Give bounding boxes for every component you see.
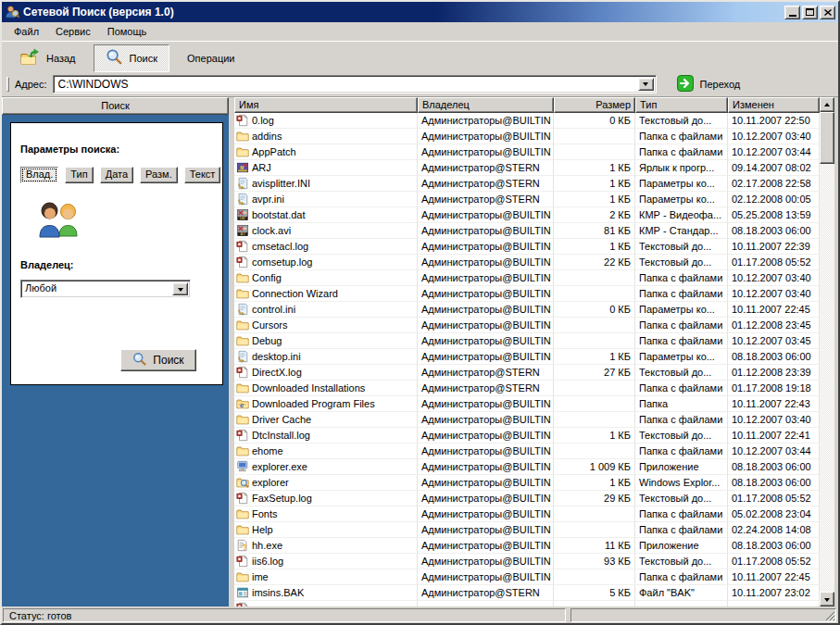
- column-header[interactable]: Тип: [635, 97, 728, 113]
- ini-file-icon: [236, 177, 249, 190]
- table-row[interactable]: avisplitter.INIАдминистратор@STERN1 КБПа…: [234, 176, 820, 192]
- table-cell: [554, 129, 635, 144]
- table-cell: [554, 333, 635, 349]
- table-row[interactable]: ConfigАдминистраторы@BUILTINПапка с файл…: [234, 270, 820, 286]
- filter-button[interactable]: Дата: [100, 167, 133, 183]
- column-header[interactable]: Владелец: [418, 97, 554, 113]
- table-row[interactable]: DebugАдминистраторы@BUILTINПапка с файла…: [234, 333, 820, 349]
- table-row[interactable]: imsins.BAKАдминистратор@STERN5 КБФайл "B…: [234, 585, 820, 601]
- filter-button[interactable]: Влад.: [20, 167, 58, 183]
- table-cell: [554, 506, 635, 522]
- table-row[interactable]: MARJАдминистратор@STERN1 КБЯрлык к прогр…: [234, 160, 820, 176]
- table-row[interactable]: DirectX.logАдминистратор@STERN27 КБТекст…: [234, 365, 820, 381]
- close-button[interactable]: [820, 6, 835, 19]
- table-row[interactable]: FontsАдминистраторы@BUILTINПапка с файла…: [234, 506, 820, 522]
- table-cell: 10.11.2007 22:50: [728, 113, 820, 129]
- table-row[interactable]: DtcInstall.logАдминистраторы@BUILTIN1 КБ…: [234, 428, 820, 444]
- table-row[interactable]: desktop.iniАдминистраторы@BUILTIN1 КБПар…: [234, 349, 820, 365]
- table-cell: Администратор@STERN: [418, 585, 554, 601]
- go-button-label: Переход: [700, 79, 741, 90]
- vertical-scrollbar[interactable]: [820, 97, 834, 606]
- column-header[interactable]: Изменен: [728, 97, 820, 113]
- scroll-down-button[interactable]: [820, 592, 834, 606]
- table-row[interactable]: CursorsАдминистраторы@BUILTINПапка с фай…: [234, 318, 820, 333]
- table-row[interactable]: Connection WizardАдминистраторы@BUILTINП…: [234, 286, 820, 302]
- owner-combobox[interactable]: Любой: [20, 280, 191, 298]
- owner-value[interactable]: Любой: [21, 281, 170, 297]
- table-cell: Папка с файлами: [635, 381, 728, 396]
- table-cell: 01.17.2008 05:52: [728, 491, 820, 506]
- table-row[interactable]: AVIclock.aviАдминистраторы@BUILTIN81 КБК…: [234, 223, 820, 239]
- table-cell: Администраторы@BUILTIN: [418, 349, 554, 365]
- operations-button[interactable]: Операции: [175, 44, 246, 72]
- table-row[interactable]: FaxSetup.logАдминистраторы@BUILTIN29 КБТ…: [234, 491, 820, 506]
- address-dropdown-button[interactable]: [638, 78, 654, 91]
- table-row[interactable]: 0.logАдминистраторы@BUILTIN0 КБТекстовый…: [234, 113, 820, 129]
- scroll-up-button[interactable]: [820, 97, 834, 112]
- table-cell: Администраторы@BUILTIN: [418, 412, 554, 428]
- column-header[interactable]: Имя: [234, 97, 418, 113]
- chevron-up-icon: [824, 100, 830, 106]
- table-cell: [554, 396, 635, 412]
- menu-item[interactable]: Файл: [6, 23, 47, 40]
- table-row[interactable]: Driver CacheАдминистраторы@BUILTINПапка …: [234, 412, 820, 428]
- title-bar: Сетевой Поиск (версия 1.0): [2, 2, 838, 22]
- table-row[interactable]: HelpАдминистраторы@BUILTINПапка с файлам…: [234, 522, 820, 538]
- table-cell: Параметры ко...: [635, 302, 728, 318]
- table-row[interactable]: addinsАдминистраторы@BUILTINПапка с файл…: [234, 129, 820, 144]
- table-cell: Папка с файлами: [635, 569, 728, 585]
- search-toggle-button[interactable]: Поиск: [94, 44, 169, 72]
- table-cell: Fonts: [234, 506, 418, 522]
- table-row[interactable]: control.iniАдминистраторы@BUILTIN0 КБПар…: [234, 302, 820, 318]
- search-parameters-box: Параметры поиска: Влад.ТипДатаРазм.Текст…: [10, 122, 223, 385]
- table-cell: Администраторы@BUILTIN: [418, 270, 554, 286]
- status-text: Статус: готов: [3, 608, 566, 622]
- scrollbar-track[interactable]: [820, 164, 834, 592]
- toolbar-grip[interactable]: [6, 77, 9, 92]
- menu-item[interactable]: Сервис: [47, 23, 99, 40]
- filter-button[interactable]: Тип: [65, 167, 93, 183]
- table-cell: addins: [234, 129, 418, 144]
- table-cell: Администраторы@BUILTIN: [418, 554, 554, 569]
- resize-grip-icon[interactable]: [823, 609, 835, 621]
- maximize-button[interactable]: [802, 6, 818, 19]
- address-value[interactable]: C:\WINDOWS: [54, 76, 636, 93]
- minimize-button[interactable]: [784, 6, 800, 19]
- ini-file-icon: [236, 303, 249, 316]
- table-row[interactable]: AppPatchАдминистраторы@BUILTINПапка с фа…: [234, 144, 820, 160]
- owner-dropdown-button[interactable]: [172, 282, 188, 295]
- log-file-icon: [236, 602, 249, 606]
- table-row[interactable]: explorerАдминистраторы@BUILTIN1 КБWindow…: [234, 475, 820, 491]
- table-row[interactable]: [234, 601, 820, 606]
- table-cell: 27 КБ: [554, 365, 635, 381]
- back-button[interactable]: Назад: [7, 44, 88, 72]
- table-row[interactable]: Downloaded InstallationsАдминистратор@ST…: [234, 381, 820, 396]
- table-row[interactable]: DATbootstat.datАдминистраторы@BUILTIN2 К…: [234, 207, 820, 223]
- table-row[interactable]: imeАдминистраторы@BUILTINПапка с файлами…: [234, 569, 820, 585]
- close-icon: [824, 9, 832, 16]
- column-header[interactable]: Размер: [554, 97, 635, 113]
- table-row[interactable]: avpr.iniАдминистратор@STERN1 КБПараметры…: [234, 192, 820, 207]
- table-row[interactable]: ehomeАдминистраторы@BUILTINПапка с файла…: [234, 444, 820, 459]
- table-row[interactable]: iis6.logАдминистраторы@BUILTIN93 КБТекст…: [234, 554, 820, 569]
- menu-item[interactable]: Помощь: [99, 23, 156, 40]
- table-header: ИмяВладелецРазмерТипИзменен: [234, 97, 820, 113]
- table-row[interactable]: cmsetacl.logАдминистраторы@BUILTIN1 КБТе…: [234, 239, 820, 255]
- table-row[interactable]: comsetup.logАдминистраторы@BUILTIN22 КБТ…: [234, 255, 820, 270]
- filter-button[interactable]: Разм.: [140, 167, 178, 183]
- table-cell: Администраторы@BUILTIN: [418, 333, 554, 349]
- search-button[interactable]: Поиск: [120, 349, 196, 371]
- go-button[interactable]: Переход: [670, 73, 748, 95]
- table-cell: [554, 444, 635, 459]
- filter-button[interactable]: Текст: [184, 167, 221, 183]
- table-cell: Config: [234, 270, 418, 286]
- table-cell: Текстовый до...: [635, 428, 728, 444]
- table-cell: 29 КБ: [554, 491, 635, 506]
- table-row[interactable]: ?hh.exeАдминистраторы@BUILTIN11 КБПрилож…: [234, 538, 820, 554]
- scrollbar-thumb[interactable]: [820, 112, 834, 164]
- table-cell: 10.11.2007 22:43: [728, 396, 820, 412]
- table-row[interactable]: explorer.exeАдминистраторы@BUILTIN1 009 …: [234, 459, 820, 475]
- search-button-label: Поиск: [153, 354, 183, 367]
- table-row[interactable]: eDownloaded Program FilesАдминистраторы@…: [234, 396, 820, 412]
- address-combobox[interactable]: C:\WINDOWS: [53, 75, 657, 94]
